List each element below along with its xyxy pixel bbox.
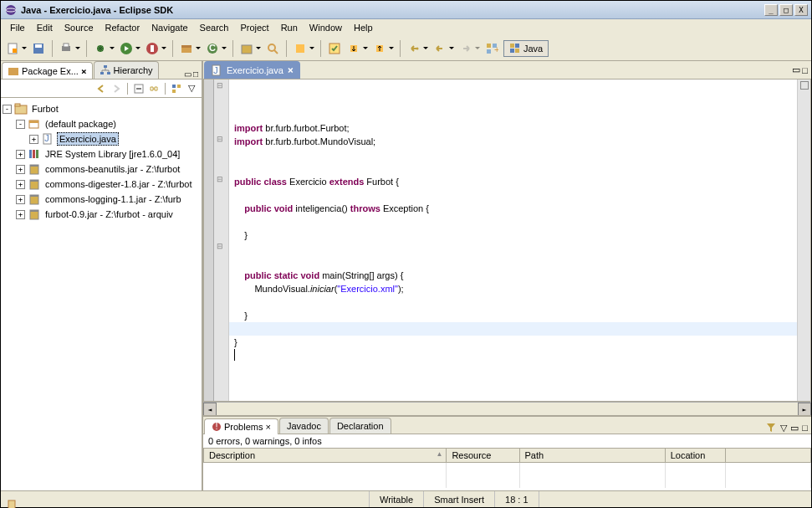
tree-jar[interactable]: commons-logging-1.1.jar - Z:\furb: [43, 193, 183, 205]
minimize-view-icon[interactable]: ▭: [790, 423, 799, 434]
annotation-prev-button[interactable]: [292, 40, 309, 57]
expand-icon[interactable]: +: [16, 180, 25, 189]
menu-file[interactable]: File: [4, 21, 31, 34]
perspective-label: Java: [523, 44, 543, 54]
tree-jar[interactable]: commons-digester-1.8.jar - Z:\furbot: [43, 178, 193, 190]
expand-icon[interactable]: +: [16, 195, 25, 204]
ext-tools-button[interactable]: [144, 40, 161, 57]
editor-tab[interactable]: J Exercicio.java ×: [204, 61, 300, 79]
forward-button[interactable]: [457, 40, 474, 57]
run-button[interactable]: [118, 40, 135, 57]
last-edit-button[interactable]: [406, 40, 422, 57]
tree-jar[interactable]: furbot-0.9.jar - Z:\furbot - arquiv: [43, 208, 175, 220]
tree-root[interactable]: Furbot: [30, 103, 60, 115]
menu-refactor[interactable]: Refactor: [100, 21, 146, 34]
maximize-view-icon[interactable]: □: [802, 423, 808, 433]
package-tree[interactable]: -Furbot -(default package) +JExercicio.j…: [1, 98, 202, 490]
tree-jre[interactable]: JRE System Library [jre1.6.0_04]: [43, 148, 181, 160]
filter-icon[interactable]: [765, 422, 777, 434]
scroll-right-button[interactable]: ►: [798, 403, 811, 416]
menu-source[interactable]: Source: [59, 21, 100, 34]
svg-rect-25: [487, 49, 491, 54]
toggle-mark-button[interactable]: [326, 40, 343, 57]
svg-rect-23: [487, 44, 491, 48]
menu-run[interactable]: Run: [275, 21, 304, 34]
eclipse-icon: [4, 3, 18, 17]
view-menu-icon[interactable]: ▽: [780, 423, 787, 434]
svg-text:J: J: [44, 133, 49, 143]
new-package-button[interactable]: [178, 40, 195, 57]
close-icon[interactable]: ×: [265, 422, 270, 432]
package-icon: [28, 117, 41, 131]
tree-pkg[interactable]: (default package): [43, 118, 118, 130]
close-button[interactable]: X: [794, 4, 808, 16]
view-menu-icon[interactable]: ▽: [185, 82, 198, 95]
tree-file[interactable]: Exercicio.java: [57, 132, 119, 146]
maximize-view-button[interactable]: □: [193, 69, 198, 79]
link-editor-icon[interactable]: [147, 82, 161, 95]
horizontal-scrollbar[interactable]: ◄ ►: [203, 402, 811, 415]
next-annotation-button[interactable]: [345, 40, 362, 57]
window-title: Java - Exercicio.java - Eclipse SDK: [21, 5, 764, 15]
menu-search[interactable]: Search: [194, 21, 235, 34]
tab-declaration[interactable]: Declaration: [329, 418, 391, 434]
menu-project[interactable]: Project: [234, 21, 274, 34]
expand-icon[interactable]: +: [29, 135, 38, 144]
scroll-left-button[interactable]: ◄: [203, 403, 217, 416]
open-type-button[interactable]: [238, 40, 255, 57]
debug-button[interactable]: [92, 40, 109, 57]
col-location[interactable]: Location: [665, 449, 726, 463]
maximize-view-icon[interactable]: □: [802, 65, 808, 75]
jar-icon: [28, 162, 41, 176]
menu-navigate[interactable]: Navigate: [146, 21, 193, 34]
menu-help[interactable]: Help: [348, 21, 379, 34]
collapse-all-icon[interactable]: [132, 82, 146, 95]
svg-rect-27: [510, 44, 514, 48]
search-button[interactable]: [264, 40, 281, 57]
filters-icon[interactable]: [170, 82, 183, 95]
problems-table[interactable]: Description Resource Path Location: [203, 448, 811, 490]
col-path[interactable]: Path: [519, 449, 665, 463]
back-icon[interactable]: [94, 82, 108, 95]
overview-ruler[interactable]: [797, 80, 810, 401]
expand-icon[interactable]: +: [16, 210, 25, 219]
open-perspective-button[interactable]: +: [483, 40, 500, 57]
tree-jar[interactable]: commons-beanutils.jar - Z:\furbot: [43, 163, 181, 175]
col-description[interactable]: Description: [204, 449, 447, 463]
editor-gutter[interactable]: ⊟ ⊟ ⊟ ⊟: [214, 80, 229, 401]
jar-icon: [28, 177, 41, 191]
perspective-java[interactable]: Java: [503, 40, 549, 57]
prev-annotation-button[interactable]: [371, 40, 388, 57]
save-button[interactable]: [30, 40, 47, 57]
status-insert: Smart Insert: [423, 491, 494, 507]
svg-rect-16: [242, 45, 252, 54]
tab-package-explorer[interactable]: Package Ex... ×: [2, 62, 93, 80]
minimize-button[interactable]: _: [764, 4, 778, 16]
close-icon[interactable]: ×: [288, 64, 294, 76]
tab-label: Problems: [224, 422, 263, 432]
back-button[interactable]: [432, 40, 448, 57]
col-extra[interactable]: [726, 449, 811, 463]
tab-hierarchy[interactable]: Hierarchy: [94, 61, 159, 79]
code-editor[interactable]: ⊟ ⊟ ⊟ ⊟ import br.furb.furbot.Furbot; im…: [203, 80, 811, 402]
problems-icon: !: [212, 422, 222, 432]
svg-text:+: +: [494, 44, 498, 54]
status-indicator-icon[interactable]: [6, 499, 369, 509]
menu-window[interactable]: Window: [304, 21, 348, 34]
maximize-button[interactable]: □: [779, 4, 793, 16]
tab-problems[interactable]: ! Problems ×: [204, 418, 278, 434]
col-resource[interactable]: Resource: [447, 449, 519, 463]
close-icon[interactable]: ×: [81, 66, 87, 77]
minimize-view-icon[interactable]: ▭: [792, 64, 800, 75]
new-class-button[interactable]: C: [204, 40, 221, 57]
expand-icon[interactable]: +: [16, 150, 25, 159]
expand-icon[interactable]: +: [16, 165, 25, 174]
expand-icon[interactable]: -: [16, 120, 25, 129]
minimize-view-button[interactable]: ▭: [184, 69, 192, 79]
menu-edit[interactable]: Edit: [31, 21, 59, 34]
forward-icon[interactable]: [110, 82, 123, 95]
expand-icon[interactable]: -: [3, 105, 12, 114]
print-button[interactable]: [58, 40, 74, 57]
tab-javadoc[interactable]: Javadoc: [279, 418, 329, 434]
new-button[interactable]: [4, 40, 21, 57]
